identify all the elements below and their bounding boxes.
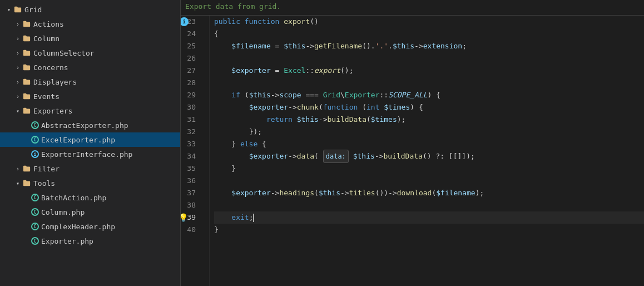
line-number: 27 [181, 65, 200, 77]
chevron-icon [13, 93, 22, 100]
token: else [240, 138, 257, 150]
token: $times [384, 101, 410, 114]
code-line: return $this->buildData($times); [214, 114, 644, 126]
token: ())-> [375, 187, 397, 199]
data-tooltip: data: [323, 150, 349, 163]
line-number: 40 [181, 224, 200, 236]
token: -> [319, 114, 328, 126]
code-line [214, 52, 644, 65]
sidebar-label: Displayers [33, 78, 77, 86]
token [214, 150, 249, 162]
sidebar-item-exporter-file[interactable]: C Exporter.php [0, 234, 180, 248]
folder-icon [22, 92, 31, 100]
token: $exporter [231, 187, 270, 199]
token: -> [288, 150, 297, 162]
token: $this [284, 40, 305, 52]
sidebar-label: ColumnSelector [33, 49, 95, 57]
chevron-icon [13, 79, 22, 85]
sidebar-item-complexheader[interactable]: C ComplexHeader.php [0, 219, 180, 234]
line-number: i23 [181, 16, 200, 28]
token: $exporter [249, 101, 288, 114]
line-number: 36 [181, 175, 200, 187]
token [214, 114, 266, 126]
token: ( [319, 101, 323, 114]
sidebar-item-columnselector[interactable]: ColumnSelector [0, 46, 180, 60]
token [214, 162, 231, 175]
sidebar-item-filter[interactable]: Filter [0, 161, 180, 176]
sidebar-label: ExcelExporter.php [41, 136, 115, 144]
sidebar-item-displayers[interactable]: Displayers [0, 75, 180, 89]
sidebar-item-abstractexporter[interactable]: C AbstractExporter.php [0, 118, 180, 132]
sidebar-item-exporterinterface[interactable]: i ExporterInterface.php [0, 147, 180, 161]
line-number: 32 [181, 126, 200, 138]
token [379, 101, 384, 114]
token: '.' [375, 40, 388, 52]
class-icon: C [31, 237, 39, 245]
token [214, 65, 231, 77]
code-line [214, 199, 644, 211]
token: } [231, 162, 236, 175]
chevron-icon [13, 36, 22, 42]
folder-icon [22, 20, 31, 28]
token: export [284, 16, 310, 28]
chevron-icon [13, 50, 22, 56]
token: return [266, 114, 293, 126]
sidebar-item-grid[interactable]: Grid [0, 2, 180, 17]
token: $filename [436, 187, 475, 199]
token: ( [314, 187, 319, 199]
token: :: [379, 89, 388, 101]
sidebar-item-exporters[interactable]: Exporters [0, 103, 180, 118]
line-number: 28 [181, 77, 200, 89]
token: function [245, 16, 280, 28]
token: $this [249, 89, 271, 101]
token: ); [475, 187, 484, 199]
line-number: 38 [181, 199, 200, 211]
token: () [310, 16, 319, 28]
token: }); [249, 126, 262, 138]
token [214, 187, 231, 199]
class-icon: C [31, 136, 39, 144]
token: data [297, 150, 314, 162]
sidebar-item-batchaction[interactable]: C BatchAction.php [0, 190, 180, 205]
token: extension [423, 40, 462, 52]
folder-icon [13, 6, 22, 13]
sidebar-item-excelexporter[interactable]: C ExcelExporter.php [0, 132, 180, 147]
token: = [271, 40, 284, 52]
sidebar-item-concerns[interactable]: Concerns [0, 60, 180, 75]
token: $this [297, 114, 319, 126]
sidebar-label: Exporters [33, 107, 72, 115]
token: if [231, 89, 240, 101]
code-line: $exporter->data( data: $this->buildData(… [214, 150, 644, 162]
folder-icon [22, 78, 31, 86]
class-icon: C [31, 194, 39, 201]
code-content[interactable]: public function export(){ $filename = $t… [210, 16, 644, 286]
token: = [271, 65, 284, 77]
sidebar-label: AbstractExporter.php [41, 121, 128, 130]
sidebar-item-actions[interactable]: Actions [0, 17, 180, 31]
token: -> [305, 40, 314, 52]
class-icon: C [31, 121, 39, 129]
token: Grid [323, 89, 340, 101]
code-line: $exporter = Excel::export(); [214, 65, 644, 77]
line-number: 30 [181, 101, 200, 114]
code-line: } [214, 224, 644, 236]
token: $this [353, 150, 375, 162]
token: ; [462, 40, 467, 52]
sidebar-item-tools[interactable]: Tools [0, 176, 180, 190]
sidebar-item-column-file[interactable]: C Column.php [0, 205, 180, 219]
token: $this [393, 40, 414, 52]
code-line: if ($this->scope === Grid\Exporter::SCOP… [214, 89, 644, 101]
code-line: } else { [214, 138, 644, 150]
file-tree: Grid Actions Column ColumnSelector Conce… [0, 0, 181, 286]
token: $exporter [249, 150, 288, 162]
token: export [314, 65, 340, 77]
token: ( [432, 187, 436, 199]
sidebar-label: BatchAction.php [41, 194, 106, 202]
token: buildData [328, 114, 366, 126]
sidebar-label: Actions [33, 20, 64, 28]
token: exit [231, 211, 249, 224]
sidebar-item-column[interactable]: Column [0, 31, 180, 46]
folder-icon [22, 34, 31, 42]
code-line: { [214, 28, 644, 40]
sidebar-item-events[interactable]: Events [0, 89, 180, 103]
